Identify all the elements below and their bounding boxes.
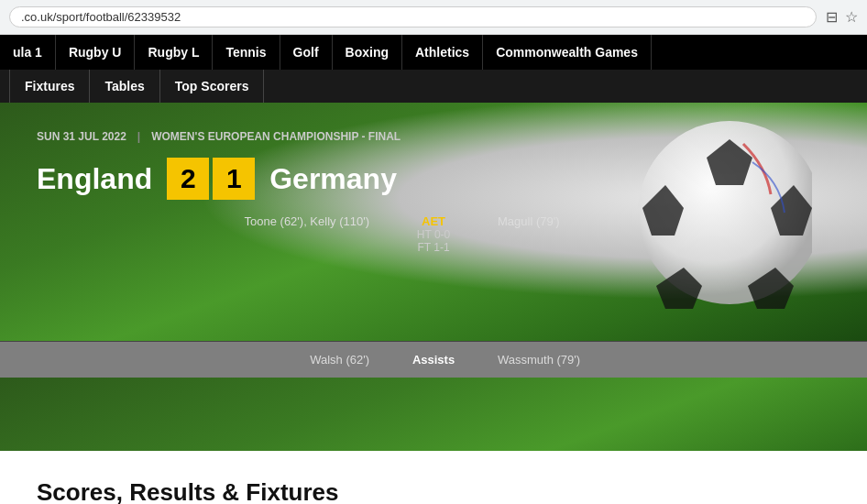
away-score-box: 1 bbox=[213, 158, 255, 200]
nav-item-athletics[interactable]: Athletics bbox=[402, 35, 483, 70]
nav-item-tennis[interactable]: Tennis bbox=[213, 35, 280, 70]
away-scorers: Magull (79') bbox=[479, 214, 830, 228]
ft-label: FT 1-1 bbox=[388, 241, 479, 254]
sport-nav: ula 1 Rugby U Rugby L Tennis Golf Boxing… bbox=[0, 35, 867, 70]
match-section: SUN 31 JUL 2022 | WOMEN'S EUROPEAN CHAMP… bbox=[0, 103, 867, 341]
nav-item-commonwealth[interactable]: Commonwealth Games Toggle reader view (F… bbox=[483, 35, 652, 70]
match-meta: SUN 31 JUL 2022 | WOMEN'S EUROPEAN CHAMP… bbox=[37, 130, 830, 143]
match-content: SUN 31 JUL 2022 | WOMEN'S EUROPEAN CHAMP… bbox=[37, 130, 830, 254]
nav-item-golf[interactable]: Golf bbox=[280, 35, 333, 70]
match-date: SUN 31 JUL 2022 bbox=[37, 130, 126, 143]
reader-mode-icon[interactable]: ⊟ bbox=[826, 8, 838, 26]
sub-nav: Fixtures Tables Top Scorers bbox=[0, 70, 867, 103]
match-details-row: Toone (62'), Kelly (110') AET HT 0-0 FT … bbox=[37, 214, 830, 254]
match-score-row: England 2 1 Germany bbox=[37, 158, 830, 200]
match-competition: WOMEN'S EUROPEAN CHAMPIONSHIP - FINAL bbox=[151, 130, 401, 143]
ht-label: HT 0-0 bbox=[388, 228, 479, 241]
browser-bar: .co.uk/sport/football/62339532 ⊟ ☆ bbox=[0, 0, 867, 35]
nav-item-boxing[interactable]: Boxing bbox=[333, 35, 402, 70]
home-assists: Walsh (62') bbox=[37, 353, 388, 367]
sub-nav-top-scorers[interactable]: Top Scorers bbox=[160, 70, 265, 103]
url-text: .co.uk/sport/football/62339532 bbox=[21, 10, 181, 24]
sub-nav-fixtures[interactable]: Fixtures bbox=[9, 70, 90, 103]
sub-nav-tables[interactable]: Tables bbox=[90, 70, 159, 103]
away-assists: Wassmuth (79') bbox=[479, 353, 830, 367]
match-center-info: AET HT 0-0 FT 1-1 bbox=[388, 214, 479, 254]
home-team-name: England bbox=[37, 162, 152, 196]
home-score-box: 2 bbox=[167, 158, 209, 200]
nav-item-formula1[interactable]: ula 1 bbox=[0, 35, 56, 70]
home-scorers: Toone (62'), Kelly (110') bbox=[37, 214, 388, 228]
nav-item-rugby-l[interactable]: Rugby L bbox=[135, 35, 213, 70]
bottom-section: Scores, Results & Fixtures bbox=[0, 451, 867, 504]
away-team-name: Germany bbox=[269, 162, 397, 196]
bookmark-icon[interactable]: ☆ bbox=[845, 8, 858, 26]
bottom-title: Scores, Results & Fixtures bbox=[37, 478, 830, 504]
assists-section: Walsh (62') Assists Wassmuth (79') bbox=[0, 341, 867, 378]
url-bar[interactable]: .co.uk/sport/football/62339532 bbox=[9, 6, 817, 27]
nav-item-rugby-u[interactable]: Rugby U bbox=[56, 35, 136, 70]
aet-label: AET bbox=[388, 214, 479, 228]
assists-label: Assists bbox=[388, 353, 479, 367]
browser-icons: ⊟ ☆ bbox=[826, 8, 858, 26]
grass-area bbox=[0, 378, 867, 451]
